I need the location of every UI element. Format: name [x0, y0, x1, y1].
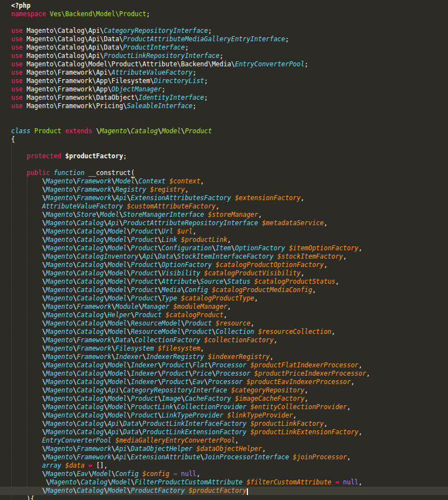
code-line[interactable]: \Magento\Catalog\Api\ProductAttributeRep…	[11, 219, 448, 227]
code-line[interactable]: class Product extends \Magento\Catalog\M…	[11, 127, 448, 135]
code-line[interactable]: \Magento\Catalog\Model\Product\Url $url,	[11, 227, 448, 236]
code-line[interactable]: \Magento\Catalog\Model\Indexer\Product\E…	[11, 378, 448, 386]
code-token: ,	[350, 378, 354, 386]
code-line[interactable]: EntryConverterPool $mediaGalleryEntryCon…	[11, 436, 448, 445]
code-token: ,	[185, 186, 189, 193]
code-line[interactable]: use Magento\Framework\Api\AttributeValue…	[11, 69, 448, 77]
code-line[interactable]: \Magento\Catalog\Model\Product\Image\Cac…	[11, 395, 448, 403]
code-token: SaleableInterface	[127, 102, 193, 110]
code-token	[123, 202, 127, 210]
code-token	[11, 294, 42, 302]
code-line[interactable]: \Magento\Catalog\Helper\Product $catalog…	[11, 311, 448, 319]
code-token: Magento	[46, 353, 72, 361]
code-token: \	[73, 395, 77, 402]
code-token: Model	[108, 319, 127, 327]
code-token	[11, 261, 42, 269]
code-line[interactable]: use Magento\Catalog\Api\Data\ProductInte…	[11, 43, 448, 52]
code-line[interactable]: \Magento\Catalog\Model\ResourceModel\Pro…	[11, 319, 448, 328]
code-line[interactable]: \Magento\Catalog\Model\Product\OptionFac…	[11, 261, 448, 269]
code-line[interactable]: \Magento\Store\Model\StoreManagerInterfa…	[11, 211, 448, 219]
code-token: ,	[258, 211, 262, 219]
code-token: Magento	[27, 43, 53, 51]
code-line[interactable]	[11, 144, 448, 152]
code-line[interactable]: \Magento\Catalog\Model\Product\Link $pro…	[11, 236, 448, 244]
code-line[interactable]: use Magento\Catalog\Api\Data\ProductAttr…	[11, 35, 448, 43]
code-line[interactable]: AttributeValueFactory $customAttributeFa…	[11, 202, 448, 211]
code-line[interactable]: use Magento\Catalog\Model\Product\Attrib…	[11, 60, 448, 69]
code-line[interactable]: \Magento\Eav\Model\Config $config = null…	[11, 470, 448, 478]
code-line[interactable]: \Magento\Catalog\Model\Product\Configura…	[11, 244, 448, 253]
code-line[interactable]: \Magento\Catalog\Api\Data\ProductLinkExt…	[11, 428, 448, 436]
code-line[interactable]: protected $productFactory;	[11, 152, 448, 161]
code-line[interactable]: \Magento\Catalog\Model\Indexer\Product\P…	[11, 370, 448, 378]
code-line[interactable]: \Magento\Framework\Registry $registry,	[11, 186, 448, 194]
code-line-current[interactable]: \Magento\Catalog\Model\ProductFactory $p…	[0, 487, 448, 495]
code-token	[169, 303, 173, 310]
code-token: $itemOptionFactory	[289, 244, 359, 252]
code-line[interactable]: \Magento\Framework\Api\ExtensionAttribut…	[11, 194, 448, 202]
code-token: Collection	[216, 328, 254, 336]
code-token	[289, 453, 293, 461]
code-token: Product	[131, 269, 158, 277]
code-line[interactable]: \Magento\Catalog\Model\FilterProductCust…	[11, 478, 448, 487]
code-line[interactable]: \Magento\CatalogInventory\Api\Data\Stock…	[11, 253, 448, 261]
code-line[interactable]: \Magento\Catalog\Model\Product\Type $cat…	[11, 294, 448, 303]
code-line[interactable]: \Magento\Catalog\Model\Product\Visibilit…	[11, 269, 448, 278]
code-line[interactable]: \Magento\Catalog\Api\CategoryRepositoryI…	[11, 386, 448, 395]
code-token: Catalog	[77, 403, 104, 411]
code-line[interactable]	[11, 110, 448, 119]
code-line[interactable]: \Magento\Framework\Api\ExtensionAttribut…	[11, 453, 448, 462]
code-line[interactable]	[11, 119, 448, 127]
code-token: \	[111, 177, 115, 185]
code-token: \	[177, 60, 181, 68]
code-token: Magento	[46, 336, 72, 344]
code-line[interactable]: use Magento\Framework\App\ObjectManager;	[11, 85, 448, 94]
code-line[interactable]: array $data = [],	[11, 462, 448, 470]
code-line[interactable]: \Magento\Framework\Filesystem $filesyste…	[11, 344, 448, 353]
code-token: Magento	[46, 344, 72, 352]
code-line[interactable]: \Magento\Catalog\Api\Data\ProductLinkInt…	[11, 420, 448, 428]
code-line[interactable]: ){	[11, 495, 448, 500]
code-line[interactable]	[11, 18, 448, 27]
code-token: Magento	[46, 261, 72, 269]
code-token: Processor	[216, 370, 250, 377]
code-line[interactable]: use Magento\Catalog\Api\ProductLinkRepos…	[11, 52, 448, 60]
code-token: Price	[193, 370, 212, 377]
code-token: Catalog	[77, 294, 104, 302]
code-line[interactable]: use Magento\Catalog\Api\CategoryReposito…	[11, 27, 448, 35]
code-line[interactable]: \Magento\Framework\Model\Context $contex…	[11, 177, 448, 186]
code-editor[interactable]: <?phpnamespace Ves\Backend\Model\Product…	[0, 0, 448, 500]
code-token: Model	[100, 211, 119, 219]
code-token	[177, 470, 181, 478]
code-token	[11, 253, 42, 260]
code-line[interactable]: {	[11, 135, 448, 144]
code-token: Magento	[46, 445, 72, 453]
code-line[interactable]: use Magento\Framework\App\Filesystem\Dir…	[11, 77, 448, 85]
code-token: Api	[108, 386, 119, 394]
code-token: use	[11, 43, 23, 51]
code-line[interactable]: \Magento\Catalog\Model\Product\Attribute…	[11, 278, 448, 286]
code-line[interactable]: \Magento\Framework\Indexer\IndexerRegist…	[11, 353, 448, 361]
code-token: Model	[111, 478, 131, 486]
code-line[interactable]: namespace Ves\Backend\Model\Product;	[11, 10, 448, 18]
code-token	[23, 102, 27, 110]
code-line[interactable]: \Magento\Catalog\Model\Indexer\Product\F…	[11, 361, 448, 370]
code-line[interactable]: \Magento\Catalog\Model\ProductLink\Colle…	[11, 403, 448, 411]
code-token: Configuration	[162, 244, 212, 252]
code-line[interactable]: public function __construct(	[11, 169, 448, 177]
code-line[interactable]: <?php	[11, 2, 448, 10]
code-token: \	[73, 328, 77, 336]
code-line[interactable]: \Magento\Catalog\Model\ResourceModel\Pro…	[11, 328, 448, 336]
code-token: $imageCacheFactory	[235, 395, 305, 402]
code-line[interactable]: use Magento\Framework\Pricing\SaleableIn…	[11, 102, 448, 110]
code-line[interactable]	[11, 161, 448, 169]
code-line[interactable]: use Magento\Framework\DataObject\Identit…	[11, 94, 448, 102]
code-line[interactable]: \Magento\Framework\Data\CollectionFactor…	[11, 336, 448, 344]
code-line[interactable]: \Magento\Framework\Api\DataObjectHelper …	[11, 445, 448, 453]
code-line[interactable]: \Magento\Catalog\Model\Product\Media\Con…	[11, 286, 448, 294]
code-line[interactable]: \Magento\Catalog\Model\Product\LinkTypeP…	[11, 411, 448, 420]
code-token: Magento	[46, 378, 72, 386]
code-line[interactable]: \Magento\Framework\Module\Manager $modul…	[11, 303, 448, 311]
code-text[interactable]: <?phpnamespace Ves\Backend\Model\Product…	[11, 2, 448, 500]
code-token: \	[127, 286, 131, 294]
